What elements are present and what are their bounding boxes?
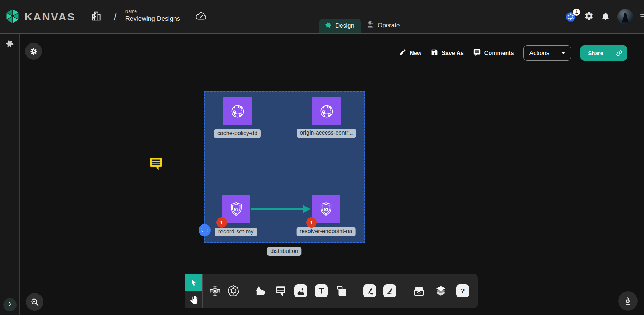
- zoom-in-button[interactable]: [26, 293, 43, 311]
- canvas-menu-button[interactable]: [25, 43, 42, 60]
- shapes-icon: [254, 284, 267, 297]
- magnifier-plus-icon: [30, 297, 39, 307]
- node-label-record-set[interactable]: record-set-my: [215, 228, 257, 236]
- tool-help[interactable]: ?: [456, 284, 469, 297]
- comments-button[interactable]: Comments: [473, 48, 514, 58]
- tab-operate[interactable]: Operate: [361, 18, 406, 33]
- actions-split-button[interactable]: Actions: [523, 45, 571, 61]
- actions-dropdown-toggle[interactable]: [555, 46, 571, 60]
- cloudfront-globe-icon: [317, 102, 336, 121]
- node-label-resolver-endpoint[interactable]: resolver-endpoint-na: [297, 227, 356, 236]
- cursor-arrow-icon: [190, 278, 198, 286]
- tab-design-label: Design: [335, 22, 354, 29]
- svg-text:53: 53: [323, 207, 328, 211]
- tool-pencil-draw[interactable]: [383, 284, 396, 297]
- canvas-toolbar: New Save As Comments Actions: [399, 45, 627, 61]
- archive-drawer-icon: [412, 284, 425, 297]
- tool-comment[interactable]: [275, 285, 287, 297]
- link-icon: [613, 47, 625, 59]
- save-as-button-label: Save As: [442, 50, 464, 56]
- overflow-menu-icon[interactable]: [640, 14, 644, 20]
- comments-button-label: Comments: [484, 50, 514, 56]
- node-cache-policy[interactable]: [223, 97, 252, 125]
- comment-bubble-icon: [148, 156, 164, 173]
- organization-icon[interactable]: [90, 10, 102, 23]
- new-button[interactable]: New: [399, 48, 421, 57]
- design-swirl-icon: [325, 21, 332, 31]
- caret-down-icon: [561, 52, 565, 54]
- mode-tabs: Design Operate: [319, 18, 406, 33]
- tool-infrastructure[interactable]: [209, 285, 221, 297]
- design-name-input[interactable]: [125, 15, 183, 24]
- tool-layers[interactable]: [434, 284, 447, 297]
- chevron-right-icon: [7, 301, 13, 309]
- design-name-field: Name: [125, 9, 183, 24]
- brand-name: KANVAS: [24, 11, 75, 23]
- group-label-distribution[interactable]: distribution: [267, 247, 301, 256]
- pen-tool-button[interactable]: [618, 291, 638, 311]
- share-button-label[interactable]: Share: [580, 50, 611, 56]
- node-record-set-badge: 1: [216, 217, 227, 228]
- edge-record-set-to-resolver[interactable]: [251, 208, 304, 210]
- route53-shield-icon: 53: [316, 200, 336, 219]
- settings-gear-icon[interactable]: [584, 11, 594, 22]
- tool-kubernetes[interactable]: [227, 284, 240, 297]
- comment-tool-icon: [275, 285, 287, 297]
- text-t-icon: [317, 286, 326, 296]
- layers-icon: [434, 284, 447, 297]
- new-button-label: New: [410, 50, 421, 56]
- app-header: KANVAS / Name: [0, 0, 644, 34]
- left-sidebar: [0, 34, 20, 315]
- node-label-cache-policy[interactable]: cache-policy-dd: [214, 129, 261, 138]
- actions-button-label[interactable]: Actions: [524, 50, 555, 57]
- copy-link-button[interactable]: [611, 45, 627, 61]
- node-label-origin-access-control[interactable]: origin-access-contr...: [297, 129, 356, 138]
- dashed-selection-rect-icon: [200, 226, 209, 234]
- sidebar-expand-button[interactable]: [3, 298, 17, 311]
- sticky-note-icon: [336, 284, 349, 297]
- pen-nib-icon: [623, 296, 633, 306]
- comment-marker[interactable]: [148, 156, 164, 175]
- hand-icon: [190, 296, 198, 304]
- node-record-set[interactable]: 53: [222, 195, 250, 223]
- node-origin-access-control[interactable]: [312, 97, 341, 125]
- node-resolver-endpoint-badge: 1: [306, 217, 317, 228]
- operate-person-headset-icon: [366, 20, 374, 31]
- comments-bubble-icon: [473, 48, 481, 58]
- user-avatar[interactable]: [617, 9, 633, 25]
- sidebar-swirl-icon[interactable]: [5, 39, 14, 50]
- image-icon: [296, 286, 306, 296]
- cloudfront-globe-icon: [228, 102, 247, 121]
- notifications-bell-icon[interactable]: [601, 11, 610, 22]
- tool-sticky-note[interactable]: [336, 284, 349, 297]
- tool-text[interactable]: [315, 284, 328, 297]
- pencil-scribble-icon: [385, 286, 395, 296]
- group-selection-handle[interactable]: [199, 224, 211, 236]
- toolbar-section-draw: [356, 274, 403, 308]
- edge-arrowhead: [303, 205, 311, 213]
- tool-shapes[interactable]: [254, 284, 267, 297]
- toolbar-section-manage: ?: [403, 274, 478, 308]
- tool-pen-path[interactable]: [363, 284, 376, 297]
- cloud-saved-icon: [195, 10, 207, 23]
- kanvas-logo-icon: [4, 8, 21, 26]
- save-as-button[interactable]: Save As: [431, 48, 464, 57]
- pointer-tools-column: [185, 274, 202, 308]
- kubernetes-wheel-icon: [227, 284, 240, 297]
- pencil-icon: [399, 48, 406, 57]
- app-window: KANVAS / Name: [0, 0, 644, 315]
- share-split-button[interactable]: Share: [580, 45, 627, 61]
- kubernetes-status-button[interactable]: 1: [565, 11, 577, 23]
- bottom-tool-palette: ?: [185, 274, 478, 308]
- node-resolver-endpoint[interactable]: 53: [312, 195, 340, 223]
- route53-shield-icon: 53: [227, 200, 246, 219]
- svg-text:?: ?: [461, 287, 465, 295]
- save-floppy-icon: [431, 48, 438, 57]
- brand[interactable]: KANVAS: [4, 8, 75, 26]
- tool-select[interactable]: [185, 274, 202, 291]
- tool-archive[interactable]: [412, 284, 425, 297]
- svg-text:53: 53: [234, 207, 238, 211]
- tool-pan[interactable]: [185, 291, 202, 308]
- tab-design[interactable]: Design: [319, 19, 361, 33]
- tool-image[interactable]: [294, 284, 307, 297]
